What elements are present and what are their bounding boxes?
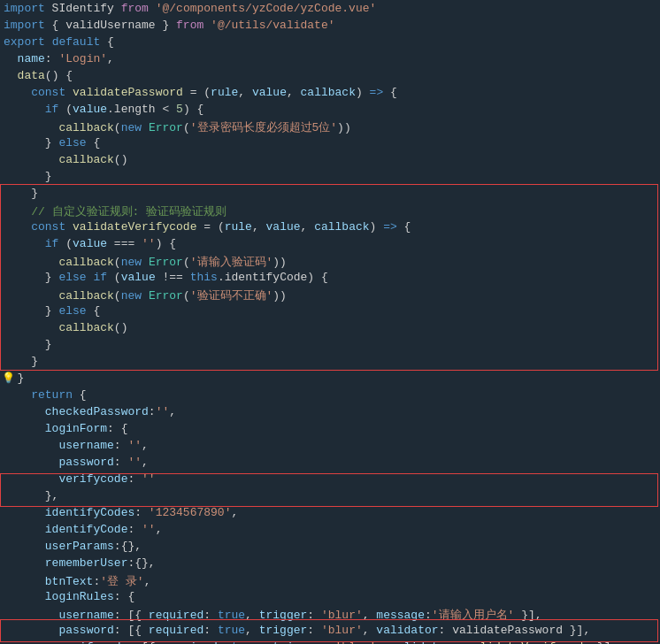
code-line-37: username: [{ required: true, trigger: 'b… — [0, 607, 660, 624]
code-line-31: identifyCodes: '1234567890', — [0, 506, 660, 523]
code-line-29: verifycode: '' — [0, 472, 660, 489]
code-line-5: data() { — [0, 69, 660, 86]
code-line-7: if (value.length < 5) { — [0, 103, 660, 119]
code-line-6: const validatePassword = (rule, value, c… — [0, 86, 660, 103]
code-line-24: return { — [0, 388, 660, 405]
code-line-39: verifycode: [{ required: true, trigger: … — [0, 640, 660, 644]
code-line-36: loginRules: { — [0, 590, 660, 607]
code-line-17: } else if (value !== this.identifyCode) … — [0, 271, 660, 288]
code-line-11: } — [0, 170, 660, 187]
code-line-25: checkedPassword:'', — [0, 405, 660, 422]
code-line-13: // 自定义验证规则: 验证码验证规则 — [0, 203, 660, 220]
code-line-21: } — [0, 338, 660, 355]
code-line-34: rememberUser:{}, — [0, 556, 660, 573]
code-line-30: }, — [0, 489, 660, 506]
code-line-3: export default { — [0, 35, 660, 52]
bulb-icon: 💡 — [2, 372, 15, 385]
code-line-22: } — [0, 355, 660, 372]
code-line-33: userParams:{}, — [0, 540, 660, 556]
code-line-1: import SIdentify from '@/components/yzCo… — [0, 2, 660, 19]
code-line-35: btnText:'登 录', — [0, 573, 660, 590]
code-line-14: const validateVerifycode = (rule, value,… — [0, 220, 660, 237]
code-line-15: if (value === '') { — [0, 237, 660, 254]
code-line-28: password: '', — [0, 456, 660, 472]
code-line-26: loginForm: { — [0, 422, 660, 439]
code-line-18: callback(new Error('验证码不正确')) — [0, 288, 660, 304]
code-line-23: 💡 } — [0, 372, 660, 388]
code-line-38: password: [{ required: true, trigger: 'b… — [0, 624, 660, 640]
code-line-12: } — [0, 187, 660, 203]
code-line-2: import { validUsername } from '@/utils/v… — [0, 19, 660, 35]
code-line-10: callback() — [0, 153, 660, 170]
code-editor: import SIdentify from '@/components/yzCo… — [0, 0, 660, 644]
code-line-19: } else { — [0, 304, 660, 321]
code-line-27: username: '', — [0, 439, 660, 456]
code-line-16: callback(new Error('请输入验证码')) — [0, 254, 660, 271]
code-line-4: name: 'Login', — [0, 52, 660, 69]
code-line-9: } else { — [0, 136, 660, 153]
code-line-20: callback() — [0, 321, 660, 338]
code-line-32: identifyCode: '', — [0, 523, 660, 540]
code-line-8: callback(new Error('登录密码长度必须超过5位')) — [0, 119, 660, 136]
